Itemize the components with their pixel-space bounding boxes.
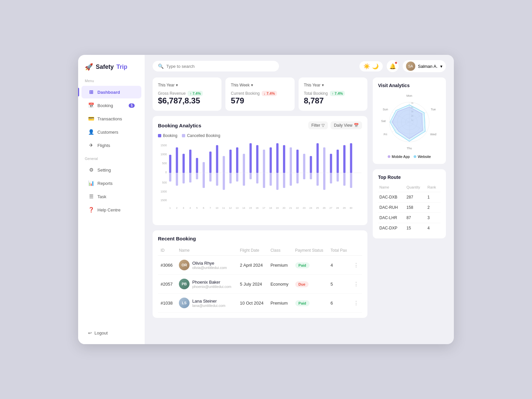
total-booking-value: 8,787	[304, 96, 362, 105]
sidebar-item-setting[interactable]: ⚙ Setting	[81, 164, 141, 176]
user-menu-button[interactable]: SA Salman A. ▾	[403, 60, 446, 72]
filter-icon: ▽	[322, 123, 325, 128]
row-more[interactable]: ⋮	[351, 256, 362, 275]
col-name: Name	[176, 245, 237, 256]
reports-icon: 📊	[88, 180, 94, 186]
svg-rect-52	[317, 143, 319, 173]
sidebar-item-flights[interactable]: ✈ Flights	[81, 139, 141, 152]
col-payment-status: Payment Status	[293, 245, 328, 256]
row-more[interactable]: ⋮	[351, 275, 362, 294]
gross-revenue-trend: ↑ 7.4%	[188, 91, 203, 96]
row-pax: 6	[328, 294, 351, 313]
svg-text:1500: 1500	[161, 144, 167, 147]
list-item: DAC-DXB 287 1	[378, 192, 441, 202]
svg-rect-48	[303, 154, 306, 173]
sidebar-item-transactions[interactable]: 💳 Transactions	[81, 112, 141, 125]
top-route-title: Top Route	[378, 175, 441, 180]
notifications-button[interactable]: 🔔	[387, 60, 399, 72]
gross-revenue-value: $6,787,8.35	[158, 96, 216, 105]
filter-button[interactable]: Filter ▽	[308, 121, 328, 129]
chevron-down-icon-3: ▾	[322, 83, 324, 87]
row-class: Economy	[268, 275, 292, 294]
logout-label: Logout	[94, 331, 108, 335]
svg-text:13: 13	[236, 206, 239, 209]
svg-rect-16	[196, 158, 198, 173]
route-table: Name Quantity Rank DAC-DXB 287 1	[378, 184, 441, 233]
svg-rect-62	[350, 143, 352, 173]
legend-booking-dot	[158, 134, 161, 137]
svg-rect-8	[169, 155, 172, 173]
passenger-email: phoenix@untitledui.com	[192, 285, 231, 289]
svg-rect-10	[176, 147, 178, 173]
sidebar-item-task[interactable]: ☰ Task	[81, 190, 141, 203]
radar-chart-container: Mon Tue Wed Thu Fri Sat Sun 5k 4k 3k 2k	[378, 92, 441, 159]
route-rank: 3	[426, 213, 441, 223]
dashboard-icon: ⊞	[88, 89, 94, 95]
route-rank: 2	[426, 202, 441, 213]
route-quantity: 15	[405, 223, 426, 233]
total-booking-dropdown[interactable]: This Year ▾	[304, 83, 324, 87]
svg-text:5: 5	[196, 206, 198, 209]
svg-text:Tue: Tue	[431, 108, 436, 111]
analytics-controls: Filter ▽ Daily View 📅	[308, 121, 362, 129]
current-booking-dropdown[interactable]: This Week ▾	[231, 83, 253, 87]
svg-text:18: 18	[269, 206, 272, 209]
svg-rect-29	[236, 173, 238, 182]
row-more[interactable]: ⋮	[351, 294, 362, 313]
svg-text:Wed: Wed	[430, 133, 436, 136]
total-booking-label: Total Booking ↑ 7.4%	[304, 91, 362, 96]
booking-icon: 📅	[88, 102, 94, 108]
customers-icon: 👤	[88, 129, 94, 135]
svg-text:11: 11	[222, 206, 225, 209]
stat-cards: This Year ▾ Gross Revenue ↑ 7.4% $6,787,…	[153, 77, 367, 111]
svg-text:1000: 1000	[161, 153, 167, 156]
svg-text:4: 4	[190, 206, 191, 209]
mobile-app-label: Mobile App	[392, 155, 410, 159]
right-panel: Visit Analytics Mon Tue Wed Thu Fri Sat …	[373, 77, 446, 336]
analytics-header: Booking Analytics Filter ▽ Daily View 📅	[158, 121, 362, 129]
svg-rect-51	[310, 173, 312, 179]
theme-toggle[interactable]: ☀️ 🌙	[359, 61, 383, 71]
svg-rect-46	[296, 150, 299, 173]
svg-text:25: 25	[316, 206, 319, 209]
route-name: DAC-DXB	[378, 192, 405, 202]
svg-text:500: 500	[162, 162, 167, 165]
svg-text:14: 14	[242, 206, 245, 209]
sidebar-item-customers[interactable]: 👤 Customers	[81, 126, 141, 138]
daily-view-button[interactable]: Daily View 📅	[331, 121, 362, 129]
sidebar-item-dashboard[interactable]: ⊞ Dashboard	[81, 86, 141, 98]
svg-rect-34	[256, 145, 258, 173]
route-name: DAC-LHR	[378, 213, 405, 223]
current-booking-label: Current Booking ↓ 7.4%	[231, 91, 289, 96]
row-pax: 4	[328, 256, 351, 275]
gross-revenue-dropdown[interactable]: This Year ▾	[158, 83, 178, 87]
sidebar-item-booking[interactable]: 📅 Booking 5	[81, 99, 141, 112]
svg-rect-20	[209, 152, 211, 173]
list-item: DAC-DXP 15 4	[378, 223, 441, 233]
sidebar-item-label-task: Task	[97, 194, 106, 199]
route-quantity: 158	[405, 202, 426, 213]
search-input[interactable]	[166, 64, 274, 69]
sidebar-item-label-reports: Reports	[97, 181, 113, 186]
svg-rect-23	[216, 173, 218, 186]
svg-text:26: 26	[323, 206, 326, 209]
svg-rect-30	[243, 154, 245, 173]
website-label: Website	[418, 155, 431, 159]
svg-rect-55	[323, 173, 326, 190]
sidebar-item-help[interactable]: ❓ Help Centre	[81, 203, 141, 216]
sidebar-item-reports[interactable]: 📊 Reports	[81, 177, 141, 190]
sun-icon: ☀️	[363, 63, 370, 69]
search-box[interactable]: 🔍	[153, 61, 279, 71]
content-area: This Year ▾ Gross Revenue ↑ 7.4% $6,787,…	[145, 77, 454, 344]
svg-rect-42	[283, 145, 285, 173]
svg-marker-117	[390, 105, 425, 141]
svg-text:1: 1	[169, 206, 171, 209]
svg-text:Fri: Fri	[384, 133, 387, 136]
logout-button[interactable]: ↩ Logout	[81, 327, 141, 339]
content-left: This Year ▾ Gross Revenue ↑ 7.4% $6,787,…	[153, 77, 367, 336]
svg-rect-54	[323, 147, 326, 173]
svg-rect-32	[249, 143, 252, 173]
visit-analytics-card: Visit Analytics Mon Tue Wed Thu Fri Sat …	[373, 77, 446, 164]
svg-rect-57	[330, 173, 332, 184]
svg-rect-25	[223, 173, 225, 190]
